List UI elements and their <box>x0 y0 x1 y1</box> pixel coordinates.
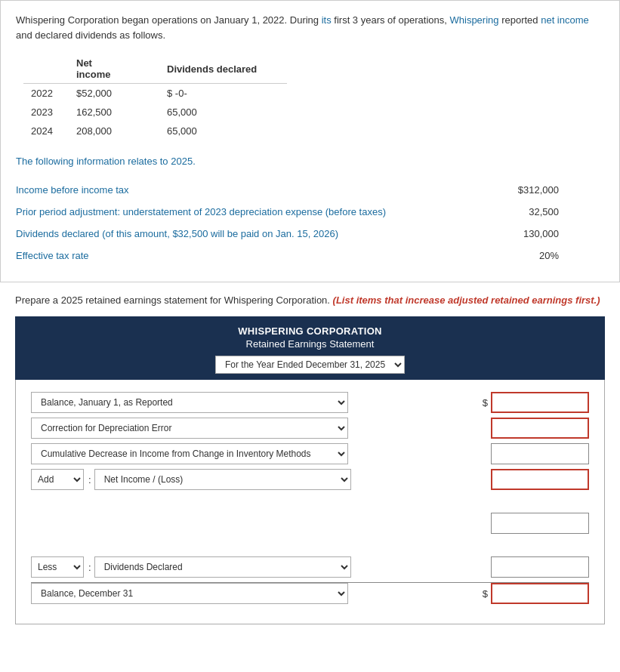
colon-5: : <box>88 562 91 573</box>
statement-header: WHISPERING CORPORATION Retained Earnings… <box>15 316 605 380</box>
info-row: Effective tax rate 20% <box>16 245 604 267</box>
intro-text-3: reported <box>499 14 541 26</box>
company-name: WHISPERING CORPORATION <box>23 325 597 337</box>
row-left: Balance, January 1, as ReportedBalance, … <box>31 392 477 413</box>
year-dropdown-container[interactable]: For the Year Ended December 31, 2025For … <box>23 356 597 374</box>
retained-earnings-statement: WHISPERING CORPORATION Retained Earnings… <box>15 316 605 624</box>
statement-row-2: Cumulative Decrease in Income from Chang… <box>31 443 589 464</box>
statement-row-1: Correction for Depreciation ErrorNet Inc… <box>31 418 589 439</box>
cell-year: 2023 <box>23 103 69 122</box>
row-left: AddLess : Dividends DeclaredNet Income /… <box>31 556 491 578</box>
row-right: $ <box>477 583 589 604</box>
value-input-4[interactable] <box>491 513 589 534</box>
cell-dividends: 65,000 <box>159 103 287 122</box>
table-row: 2023 162,500 65,000 <box>23 103 287 122</box>
intro-text-2: first 3 years of operations, <box>332 14 450 26</box>
value-input-6[interactable] <box>491 583 589 604</box>
instruction-text: Prepare a 2025 retained earnings stateme… <box>15 294 605 306</box>
year-select[interactable]: For the Year Ended December 31, 2025For … <box>215 356 405 374</box>
cell-dividends: $ -0- <box>159 84 287 103</box>
table-row: 2022 $52,000 $ -0- <box>23 84 287 103</box>
dollar-sign: $ <box>483 588 488 600</box>
info-row-label: Prior period adjustment: understatement … <box>16 206 498 217</box>
value-input-5[interactable] <box>491 556 589 578</box>
colon-3: : <box>88 474 91 486</box>
info-label: The following information relates to 202… <box>16 156 604 167</box>
row-left: Correction for Depreciation ErrorNet Inc… <box>31 418 491 439</box>
intro-paragraph: Whispering Corporation began operations … <box>16 13 604 42</box>
row-left: Cumulative Decrease in Income from Chang… <box>31 443 491 464</box>
cell-dividends: 65,000 <box>159 122 287 140</box>
info-row: Income before income tax $312,000 <box>16 179 604 201</box>
cell-net-income: 162,500 <box>69 103 159 122</box>
statement-row-6: Balance, December 31Balance, January 1, … <box>31 582 589 604</box>
row-right <box>491 556 589 578</box>
intro-highlight-net-income: net income <box>541 14 589 26</box>
income-dividends-table: Net income Dividends declared 2022 $52,0… <box>23 54 287 140</box>
table-row: 2024 208,000 65,000 <box>23 122 287 140</box>
instruction-highlight: (List items that increase adjusted retai… <box>333 294 600 306</box>
statement-row-3: AddLess : Net Income / (Loss)Dividends D… <box>31 469 589 490</box>
prefix-select-5[interactable]: AddLess <box>31 556 84 578</box>
cell-net-income: 208,000 <box>69 122 159 140</box>
row-left: Balance, December 31Balance, January 1, … <box>31 583 477 604</box>
instruction-main: Prepare a 2025 retained earnings stateme… <box>15 294 333 306</box>
value-input-2[interactable] <box>491 443 589 464</box>
dollar-sign: $ <box>483 397 488 408</box>
info-row-value: 20% <box>498 250 559 261</box>
statement-title: Retained Earnings Statement <box>23 338 597 350</box>
info-row-value: $312,000 <box>498 184 559 196</box>
col-dividends-header: Dividends declared <box>159 54 287 84</box>
value-input-3[interactable] <box>491 469 589 490</box>
row-right <box>491 513 589 534</box>
intro-text-4: and declared dividends as follows. <box>16 29 165 41</box>
info-rows-container: Income before income tax $312,000 Prior … <box>16 179 604 267</box>
cell-net-income: $52,000 <box>69 84 159 103</box>
col-net-income-header: Net income <box>69 54 159 84</box>
info-row-label: Effective tax rate <box>16 250 498 261</box>
row-select-5[interactable]: Dividends DeclaredNet Income / (Loss)Cor… <box>94 556 351 578</box>
info-row-value: 32,500 <box>498 206 559 217</box>
value-input-0[interactable] <box>491 392 589 413</box>
info-row: Dividends declared (of this amount, $32,… <box>16 223 604 245</box>
row-select-3[interactable]: Net Income / (Loss)Dividends DeclaredCor… <box>94 469 351 490</box>
info-row: Prior period adjustment: understatement … <box>16 201 604 223</box>
intro-highlight-its: its <box>322 14 332 26</box>
row-select-2[interactable]: Cumulative Decrease in Income from Chang… <box>31 443 348 464</box>
row-right: $ <box>477 392 589 413</box>
col-year-header <box>23 54 69 84</box>
info-row-value: 130,000 <box>498 228 559 239</box>
row-select-1[interactable]: Correction for Depreciation ErrorNet Inc… <box>31 418 348 439</box>
value-input-1[interactable] <box>491 418 589 439</box>
row-right <box>491 418 589 439</box>
info-row-label: Income before income tax <box>16 184 498 196</box>
cell-year: 2024 <box>23 122 69 140</box>
cell-year: 2022 <box>23 84 69 103</box>
statement-body: Balance, January 1, as ReportedBalance, … <box>15 380 605 624</box>
prefix-select-3[interactable]: AddLess <box>31 469 84 490</box>
row-select-6[interactable]: Balance, December 31Balance, January 1, … <box>31 583 348 604</box>
row-right <box>491 443 589 464</box>
intro-text-1: Whispering Corporation began operations … <box>16 14 322 26</box>
info-row-label: Dividends declared (of this amount, $32,… <box>16 228 498 239</box>
statement-row-0: Balance, January 1, as ReportedBalance, … <box>31 392 589 413</box>
row-left: AddLess : Net Income / (Loss)Dividends D… <box>31 469 491 490</box>
top-info-section: Whispering Corporation began operations … <box>0 0 620 282</box>
row-select-0[interactable]: Balance, January 1, as ReportedBalance, … <box>31 392 348 413</box>
intro-highlight-whispering: Whispering <box>450 14 499 26</box>
bottom-section: Prepare a 2025 retained earnings stateme… <box>0 282 620 640</box>
statement-row-5: AddLess : Dividends DeclaredNet Income /… <box>31 556 589 578</box>
statement-row-4 <box>31 513 589 534</box>
row-right <box>491 469 589 490</box>
